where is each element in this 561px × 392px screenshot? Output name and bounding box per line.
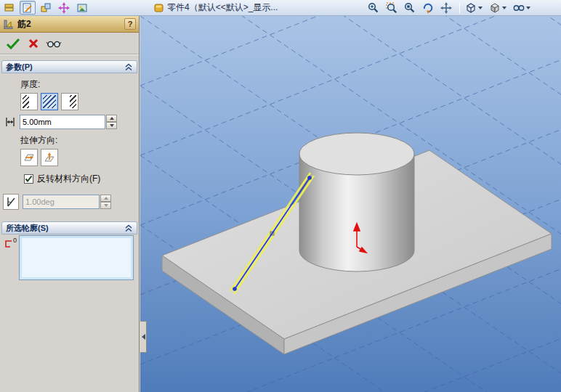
draft-spinner [100,195,111,209]
pan-icon[interactable] [438,1,454,15]
spinner-down-button[interactable] [100,202,111,209]
spinner-up-button[interactable] [100,195,111,202]
extrude-direction-label: 拉伸方向: [20,134,139,147]
view-orientation-button[interactable] [463,1,485,15]
ok-icon [6,37,20,50]
spinner-down-button[interactable] [106,122,117,129]
pm-action-bar [0,33,139,54]
parameters-section-header[interactable]: 参数(P) [1,60,137,73]
toolbar-separator [459,2,460,14]
dropdown-caret-icon [478,7,483,9]
solidworks-window: 零件4（默认<<默认>_显示... [0,0,561,392]
thickness-label: 厚度: [20,78,139,91]
glasses-icon [512,1,525,15]
flip-material-checkbox[interactable] [24,174,33,184]
collapse-arrow-icon [142,334,145,340]
featuremanager-tab-icon[interactable] [1,1,17,15]
normal-to-sketch-button[interactable] [41,149,58,166]
parallel-to-sketch-button[interactable] [20,149,38,166]
draft-on-off-button[interactable] [3,194,19,210]
draft-row [3,194,139,210]
rib-thickness-icon [3,115,17,129]
thickness-side-buttons [20,93,139,110]
draft-angle-input[interactable] [23,195,100,209]
both-sides-button[interactable] [41,93,58,110]
viewport-3d[interactable] [140,16,561,392]
view-orientation-icon [464,1,477,15]
extrude-direction-buttons [20,149,139,166]
open-contour-icon: 0 [3,238,19,251]
cylinder-boss[interactable] [299,133,414,271]
top-toolbar: 零件4（默认<<默认>_显示... [0,0,561,16]
ok-button[interactable] [4,35,22,52]
detailed-preview-button[interactable] [45,35,62,52]
rotate-view-icon[interactable] [420,1,436,15]
dropdown-caret-icon [502,7,506,9]
property-manager-panel: 筋2 ? 参数(P) 厚度: [0,16,140,392]
thickness-value-input[interactable] [20,115,105,129]
zoom-in-out-icon[interactable] [366,1,382,15]
spinner-up-button[interactable] [106,115,117,122]
zoom-to-fit-icon[interactable] [402,1,418,15]
draft-angle-icon [5,196,17,208]
contour-selection-listbox[interactable] [19,235,134,280]
hide-show-items-button[interactable] [511,1,533,15]
document-title-text: 零件4（默认<<默认>_显示... [167,1,278,14]
chevron-collapse-icon [124,224,133,232]
thickness-input-row [3,115,139,129]
part-icon [153,2,164,13]
flip-material-row: 反转材料方向(F) [20,173,139,185]
configurationmanager-tab-icon[interactable] [38,1,54,15]
document-title: 零件4（默认<<默认>_显示... [153,1,278,14]
propertymanager-tab-icon[interactable] [20,1,36,15]
zoom-to-area-icon[interactable] [384,1,400,15]
rib-feature-icon [3,19,14,30]
dropdown-caret-icon [526,7,530,9]
panel-collapse-button[interactable] [140,321,147,353]
model-canvas[interactable] [140,16,561,392]
display-tab-icon[interactable] [74,1,90,15]
chevron-collapse-icon [124,62,133,71]
cancel-icon [28,38,39,49]
second-side-button[interactable] [61,93,78,110]
open-contour-count: 0 [13,237,17,244]
help-button[interactable]: ? [124,18,136,30]
cancel-button[interactable] [25,35,42,52]
feature-title: 筋2 [17,18,124,30]
preview-glasses-icon [46,38,62,49]
selected-contours-section-header[interactable]: 所选轮廓(S) [1,221,137,234]
dimxpert-tab-icon[interactable] [56,1,72,15]
flip-material-label: 反转材料方向(F) [37,173,100,185]
first-side-button[interactable] [20,93,38,110]
feature-header: 筋2 ? [0,16,139,33]
thickness-spinner [106,115,117,129]
display-style-icon [488,1,501,15]
checkmark-icon [25,175,33,183]
view-toolbar [366,1,535,15]
display-style-button[interactable] [487,1,509,15]
